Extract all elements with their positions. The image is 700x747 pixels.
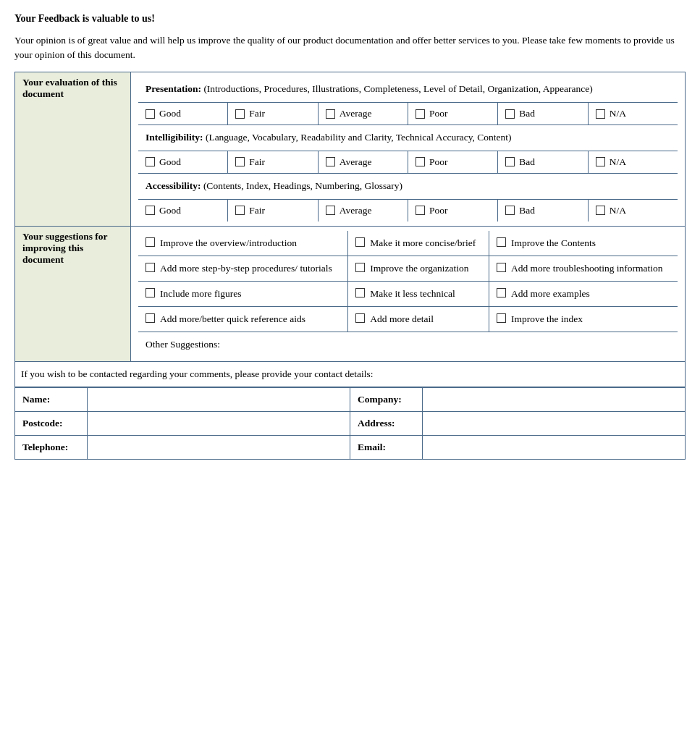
intelligibility-poor: Poor xyxy=(408,151,498,173)
sugg-add-examples: Add more examples xyxy=(489,281,678,306)
checkbox-include-figures[interactable] xyxy=(146,288,155,297)
suggestions-row: Your suggestions for improving this docu… xyxy=(15,226,686,361)
checkbox-accessibility-average[interactable] xyxy=(326,206,335,215)
contact-row-1: Name: Company: xyxy=(15,387,686,411)
checkbox-add-steps[interactable] xyxy=(146,263,155,272)
email-input-cell[interactable] xyxy=(423,435,686,459)
address-label: Address: xyxy=(350,411,423,435)
checkbox-accessibility-bad[interactable] xyxy=(505,206,515,215)
telephone-label: Telephone: xyxy=(15,435,88,459)
accessibility-average: Average xyxy=(319,200,408,221)
contact-row-3: Telephone: Email: xyxy=(15,435,686,459)
sugg-improve-index: Improve the index xyxy=(489,306,678,332)
telephone-input[interactable] xyxy=(95,442,342,453)
presentation-poor: Poor xyxy=(408,103,498,124)
checkbox-intelligibility-poor[interactable] xyxy=(416,157,425,166)
name-input-cell[interactable] xyxy=(88,387,350,411)
sugg-quick-ref: Add more/better quick reference aids xyxy=(138,306,348,332)
company-input[interactable] xyxy=(430,394,678,405)
checkbox-presentation-fair[interactable] xyxy=(235,109,245,119)
evaluation-row-header: Your evaluation of this document xyxy=(15,72,131,227)
sugg-improve-org: Improve the organization xyxy=(348,256,489,281)
checkbox-presentation-na[interactable] xyxy=(596,109,605,119)
accessibility-poor: Poor xyxy=(408,200,498,221)
presentation-good: Good xyxy=(138,103,228,124)
checkbox-intelligibility-good[interactable] xyxy=(146,157,155,166)
checkbox-accessibility-na[interactable] xyxy=(596,206,605,215)
email-input[interactable] xyxy=(430,442,678,453)
accessibility-bad: Bad xyxy=(498,200,588,221)
name-label: Name: xyxy=(15,387,88,411)
intelligibility-na: N/A xyxy=(589,151,678,173)
checkbox-intelligibility-fair[interactable] xyxy=(235,157,245,166)
sugg-add-steps: Add more step-by-step procedures/ tutori… xyxy=(138,256,348,281)
name-input[interactable] xyxy=(95,394,342,405)
postcode-label: Postcode: xyxy=(15,411,88,435)
presentation-fair: Fair xyxy=(228,103,318,124)
contact-table: Name: Company: Postcode: Address: Teleph… xyxy=(14,387,686,460)
evaluation-content: Presentation: (Introductions, Procedures… xyxy=(131,72,686,227)
presentation-options: Good Fair Average Poor Bad N/A xyxy=(138,103,678,125)
address-input[interactable] xyxy=(430,418,678,429)
checkbox-less-technical[interactable] xyxy=(355,288,365,297)
presentation-average: Average xyxy=(319,103,408,124)
company-label: Company: xyxy=(350,387,423,411)
other-suggestions-label: Other Suggestions: xyxy=(146,339,220,350)
postcode-input[interactable] xyxy=(95,418,342,429)
suggestions-row-1: Improve the overview/introduction Make i… xyxy=(138,231,678,256)
checkbox-accessibility-good[interactable] xyxy=(146,206,155,215)
checkbox-add-troubleshooting[interactable] xyxy=(497,263,506,272)
accessibility-label: Accessibility: (Contents, Index, Heading… xyxy=(138,174,678,200)
suggestions-row-3: Include more figures Make it less techni… xyxy=(138,281,678,306)
checkbox-intelligibility-bad[interactable] xyxy=(505,157,515,166)
postcode-input-cell[interactable] xyxy=(88,411,350,435)
checkbox-presentation-bad[interactable] xyxy=(505,109,515,119)
email-label: Email: xyxy=(350,435,423,459)
sugg-include-figures: Include more figures xyxy=(138,281,348,306)
checkbox-add-examples[interactable] xyxy=(497,288,506,297)
checkbox-presentation-poor[interactable] xyxy=(416,109,425,119)
suggestions-row-4: Add more/better quick reference aids Add… xyxy=(138,306,678,332)
accessibility-options: Good Fair Average Poor Bad N/A xyxy=(138,200,678,221)
suggestions-content: Improve the overview/introduction Make i… xyxy=(131,226,686,361)
accessibility-rest: (Contents, Index, Headings, Numbering, G… xyxy=(201,180,403,191)
presentation-bold: Presentation: xyxy=(146,83,201,94)
presentation-bad: Bad xyxy=(498,103,588,124)
intelligibility-rest: (Language, Vocabulary, Readability and C… xyxy=(203,132,512,143)
checkbox-accessibility-fair[interactable] xyxy=(235,206,245,215)
presentation-na: N/A xyxy=(589,103,678,124)
checkbox-improve-org[interactable] xyxy=(355,263,365,272)
sugg-add-troubleshooting: Add more troubleshooting information xyxy=(489,256,678,281)
checkbox-improve-overview[interactable] xyxy=(146,237,155,247)
other-suggestions-cell: Other Suggestions: xyxy=(138,332,678,357)
checkbox-add-detail[interactable] xyxy=(355,313,365,323)
checkbox-presentation-good[interactable] xyxy=(146,109,155,119)
sugg-make-concise: Make it more concise/brief xyxy=(348,231,489,256)
checkbox-intelligibility-average[interactable] xyxy=(326,157,335,166)
presentation-rest: (Introductions, Procedures, Illustration… xyxy=(201,83,593,94)
checkbox-accessibility-poor[interactable] xyxy=(416,206,425,215)
intro-text: Your opinion is of great value and will … xyxy=(14,33,686,62)
accessibility-fair: Fair xyxy=(228,200,318,221)
sugg-less-technical: Make it less technical xyxy=(348,281,489,306)
contact-note: If you wish to be contacted regarding yo… xyxy=(14,362,686,387)
intelligibility-bad: Bad xyxy=(498,151,588,173)
intelligibility-options: Good Fair Average Poor Bad N/A xyxy=(138,151,678,174)
checkbox-improve-index[interactable] xyxy=(497,313,506,323)
checkbox-quick-ref[interactable] xyxy=(146,313,155,323)
contact-row-2: Postcode: Address: xyxy=(15,411,686,435)
intelligibility-fair: Fair xyxy=(228,151,318,173)
checkbox-improve-contents[interactable] xyxy=(497,237,506,247)
telephone-input-cell[interactable] xyxy=(88,435,350,459)
accessibility-bold: Accessibility: xyxy=(146,180,201,191)
accessibility-na: N/A xyxy=(589,200,678,221)
checkbox-presentation-average[interactable] xyxy=(326,109,335,119)
address-input-cell[interactable] xyxy=(423,411,686,435)
checkbox-intelligibility-na[interactable] xyxy=(596,157,605,166)
intelligibility-average: Average xyxy=(319,151,408,173)
intelligibility-bold: Intelligibility: xyxy=(146,132,203,143)
company-input-cell[interactable] xyxy=(423,387,686,411)
checkbox-make-concise[interactable] xyxy=(355,237,365,247)
accessibility-good: Good xyxy=(138,200,228,221)
page-title: Your Feedback is valuable to us! xyxy=(14,13,686,25)
